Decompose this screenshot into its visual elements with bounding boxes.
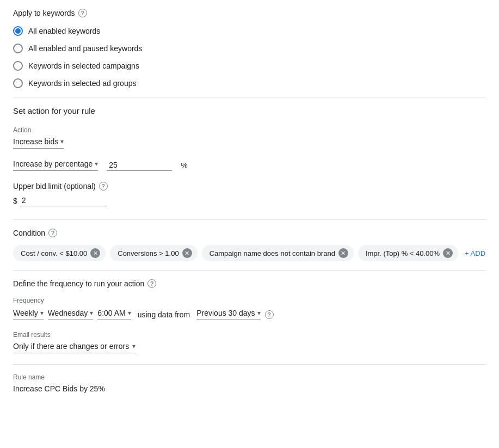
chip-cost-conv-close[interactable]: ✕ [90, 248, 100, 258]
increase-by-value: Increase by percentage [13, 159, 93, 168]
apply-to-keywords-section: Apply to keywords ? All enabled keywords… [13, 9, 486, 88]
frequency-day-arrow: ▾ [90, 309, 93, 317]
condition-section: Condition ? Cost / conv. < $10.00 ✕ Conv… [13, 229, 486, 261]
divider-4 [13, 364, 486, 365]
frequency-day-dropdown[interactable]: Wednesday ▾ [48, 309, 94, 320]
radio-circle-all-enabled [13, 26, 23, 36]
email-results-value: Only if there are changes or errors [13, 342, 129, 351]
data-range-dropdown[interactable]: Previous 30 days ▾ [196, 309, 260, 320]
rule-name-label: Rule name [13, 373, 486, 381]
chip-impr-top-label: Impr. (Top) % < 40.00% [366, 249, 440, 257]
rule-name-section: Rule name Increase CPC Bids by 25% [13, 373, 486, 393]
chip-cost-conv: Cost / conv. < $10.00 ✕ [13, 245, 106, 261]
email-results-dropdown[interactable]: Only if there are changes or errors ▾ [13, 342, 135, 353]
using-data-label: using data from [138, 310, 190, 319]
email-results-label: Email results [13, 331, 486, 339]
condition-title-text: Condition [13, 229, 45, 237]
rule-name-value: Increase CPC Bids by 25% [13, 384, 486, 393]
radio-label-all-enabled: All enabled keywords [28, 27, 100, 35]
data-range-help-icon[interactable]: ? [265, 310, 274, 319]
frequency-time-dropdown[interactable]: 6:00 AM ▾ [97, 309, 131, 320]
condition-help-icon[interactable]: ? [48, 229, 57, 237]
frequency-row: Weekly ▾ Wednesday ▾ 6:00 AM ▾ using dat… [13, 309, 486, 320]
radio-circle-in-ad-groups [13, 78, 23, 88]
chip-campaign-name: Campaign name does not contain brand ✕ [202, 245, 354, 261]
divider-2 [13, 219, 486, 220]
email-results-arrow: ▾ [132, 342, 135, 350]
radio-circle-in-campaigns [13, 61, 23, 71]
data-range-value: Previous 30 days [196, 309, 255, 317]
action-value: Increase bids [13, 137, 58, 146]
action-dropdown[interactable]: Increase bids ▾ [13, 137, 64, 149]
frequency-section: Define the frequency to run your action … [13, 279, 486, 353]
action-field-label: Action [13, 126, 486, 134]
upper-bid-label-text: Upper bid limit (optional) [13, 182, 96, 191]
set-action-section: Set action for your rule Action Increase… [13, 106, 486, 206]
frequency-day-value: Wednesday [48, 309, 88, 317]
chip-cost-conv-label: Cost / conv. < $10.00 [21, 249, 87, 257]
increase-by-arrow: ▾ [95, 160, 98, 168]
frequency-time-arrow: ▾ [128, 309, 131, 317]
apply-to-keywords-help-icon[interactable]: ? [78, 9, 87, 17]
chip-conversions-close[interactable]: ✕ [182, 248, 192, 258]
radio-label-in-campaigns: Keywords in selected campaigns [28, 62, 139, 70]
frequency-weekly-value: Weekly [13, 309, 38, 317]
frequency-weekly-dropdown[interactable]: Weekly ▾ [13, 309, 44, 320]
radio-all-enabled-paused[interactable]: All enabled and paused keywords [13, 44, 486, 53]
radio-all-enabled[interactable]: All enabled keywords [13, 26, 486, 36]
frequency-time-value: 6:00 AM [97, 309, 125, 317]
add-condition-link[interactable]: + ADD [465, 249, 485, 257]
chip-campaign-name-close[interactable]: ✕ [338, 248, 348, 258]
upper-bid-help-icon[interactable]: ? [99, 182, 108, 191]
divider-3 [13, 270, 486, 271]
condition-chips-container: Cost / conv. < $10.00 ✕ Conversions > 1.… [13, 245, 486, 261]
chip-conversions: Conversions > 1.00 ✕ [110, 245, 197, 261]
divider-1 [13, 97, 486, 97]
radio-label-in-ad-groups: Keywords in selected ad groups [28, 79, 136, 88]
chip-impr-top: Impr. (Top) % < 40.00% ✕ [358, 245, 458, 261]
email-section: Email results Only if there are changes … [13, 331, 486, 353]
percentage-unit: % [181, 161, 187, 170]
frequency-title-text: Define the frequency to run your action [13, 279, 144, 288]
radio-in-campaigns[interactable]: Keywords in selected campaigns [13, 61, 486, 71]
data-range-arrow: ▾ [257, 309, 261, 317]
radio-label-all-enabled-paused: All enabled and paused keywords [28, 44, 142, 53]
chip-conversions-label: Conversions > 1.00 [118, 249, 178, 257]
keyword-radio-group: All enabled keywords All enabled and pau… [13, 26, 486, 88]
upper-bid-section: Upper bid limit (optional) ? $ [13, 182, 486, 206]
set-action-title: Set action for your rule [13, 106, 486, 115]
radio-circle-all-enabled-paused [13, 44, 23, 53]
increase-by-row: Increase by percentage ▾ % [13, 159, 486, 171]
frequency-help-icon[interactable]: ? [147, 279, 156, 288]
chip-campaign-name-label: Campaign name does not contain brand [210, 249, 335, 257]
frequency-field-label: Frequency [13, 297, 486, 304]
frequency-weekly-arrow: ▾ [40, 309, 44, 317]
percentage-input[interactable] [107, 159, 172, 171]
apply-to-keywords-title: Apply to keywords [13, 9, 75, 17]
radio-in-ad-groups[interactable]: Keywords in selected ad groups [13, 78, 486, 88]
action-dropdown-arrow: ▾ [60, 138, 64, 145]
bid-currency-prefix: $ [13, 197, 17, 205]
bid-amount-input[interactable] [20, 195, 107, 206]
bid-input-row: $ [13, 195, 486, 206]
increase-by-dropdown[interactable]: Increase by percentage ▾ [13, 159, 98, 171]
chip-impr-top-close[interactable]: ✕ [443, 248, 453, 258]
